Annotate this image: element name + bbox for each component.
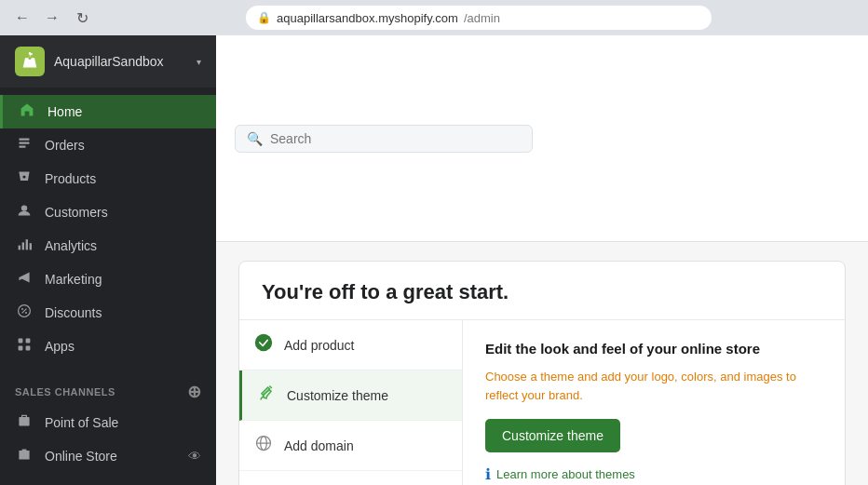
eye-icon[interactable]: 👁: [188, 449, 201, 464]
svg-rect-13: [19, 417, 29, 426]
task-brush-icon: [257, 384, 276, 407]
sidebar-label-online-store: Online Store: [45, 449, 177, 464]
greeting-title: You're off to a great start.: [262, 280, 822, 304]
search-bar[interactable]: 🔍: [235, 125, 533, 153]
sidebar-label-marketing: Marketing: [45, 272, 102, 287]
marketing-icon: [15, 270, 34, 289]
task-globe-icon: [254, 434, 273, 457]
svg-rect-7: [30, 243, 32, 249]
main-area: 🔍 You're off to a great start.: [216, 35, 868, 485]
sidebar-item-analytics[interactable]: Analytics: [0, 229, 216, 263]
greeting-card: You're off to a great start. Add product: [238, 261, 846, 485]
customers-icon: [15, 203, 34, 222]
svg-rect-1: [19, 141, 29, 143]
sidebar-item-orders[interactable]: Orders: [0, 128, 216, 162]
sidebar-item-discounts[interactable]: Discounts: [0, 296, 216, 330]
task-label-add-product: Add product: [284, 338, 355, 353]
sidebar-label-orders: Orders: [45, 138, 85, 153]
info-icon: ℹ: [485, 465, 491, 483]
svg-point-3: [21, 205, 27, 210]
chevron-down-icon: ▾: [197, 57, 201, 67]
sidebar-label-pos: Point of Sale: [45, 415, 118, 430]
sidebar-label-discounts: Discounts: [45, 305, 102, 320]
online-store-icon: [15, 447, 34, 465]
forward-button[interactable]: →: [41, 7, 63, 29]
sidebar-item-customers[interactable]: Customers: [0, 195, 216, 229]
task-item-add-domain[interactable]: Add domain: [239, 421, 462, 471]
tasks-panel: Add product Customize theme: [239, 320, 845, 485]
products-icon: [15, 169, 34, 188]
orders-icon: [15, 136, 34, 155]
task-label-customize-theme: Customize theme: [287, 388, 388, 403]
task-item-add-product[interactable]: Add product: [239, 320, 462, 370]
svg-rect-11: [19, 346, 23, 351]
task-checkmark-icon: [254, 333, 273, 357]
add-sales-channel-icon[interactable]: ⊕: [187, 382, 202, 402]
sidebar-item-online-store[interactable]: Online Store 👁: [0, 439, 216, 473]
reload-button[interactable]: ↻: [71, 7, 93, 29]
home-icon: [18, 102, 36, 121]
store-logo: [15, 47, 45, 76]
sidebar-item-marketing[interactable]: Marketing: [0, 263, 216, 296]
sidebar-label-analytics: Analytics: [45, 238, 97, 253]
svg-point-14: [255, 334, 272, 351]
svg-rect-12: [26, 346, 31, 351]
content-body: You're off to a great start. Add product: [216, 242, 868, 485]
sidebar: AquapillarSandbox ▾ Home Orders: [0, 35, 216, 485]
top-bar: 🔍: [216, 35, 868, 242]
tasks-list: Add product Customize theme: [239, 320, 463, 485]
sidebar-label-products: Products: [45, 171, 96, 186]
greeting-header: You're off to a great start.: [239, 262, 845, 320]
search-input[interactable]: [270, 131, 521, 146]
apps-icon: [15, 337, 34, 356]
sidebar-item-products[interactable]: Products: [0, 162, 216, 195]
url-prefix: aquapillarsandbox.myshopify.com: [277, 11, 458, 25]
sidebar-item-point-of-sale[interactable]: Point of Sale: [0, 406, 216, 439]
lock-icon: 🔒: [257, 11, 271, 24]
svg-rect-6: [26, 239, 28, 249]
svg-rect-0: [19, 138, 29, 140]
app-wrapper: AquapillarSandbox ▾ Home Orders: [0, 35, 868, 485]
learn-more-text: Learn more about themes: [496, 467, 635, 481]
sidebar-item-apps[interactable]: Apps: [0, 330, 216, 363]
pos-icon: [15, 413, 34, 432]
sidebar-item-home[interactable]: Home: [0, 95, 216, 128]
browser-chrome: ← → ↻ 🔒 aquapillarsandbox.myshopify.com/…: [0, 0, 868, 35]
task-detail-panel: Edit the look and feel of your online st…: [463, 320, 845, 485]
sales-channels-label: SALES CHANNELS ⊕: [0, 370, 216, 406]
discounts-icon: [15, 303, 34, 322]
svg-rect-9: [19, 339, 23, 344]
sidebar-label-home: Home: [47, 104, 82, 119]
url-suffix: /admin: [464, 11, 500, 25]
svg-rect-5: [22, 242, 24, 249]
store-name: AquapillarSandbox: [54, 54, 187, 69]
task-item-set-up-payments[interactable]: Set up payments: [239, 471, 462, 485]
customize-theme-button[interactable]: Customize theme: [485, 419, 620, 452]
svg-rect-10: [26, 339, 31, 344]
task-label-add-domain: Add domain: [284, 438, 354, 453]
back-button[interactable]: ←: [11, 7, 34, 29]
address-bar[interactable]: 🔒 aquapillarsandbox.myshopify.com/admin: [246, 6, 712, 30]
task-detail-title: Edit the look and feel of your online st…: [485, 339, 822, 358]
analytics-icon: [15, 236, 34, 255]
nav-section: Home Orders Products Customers: [0, 88, 216, 370]
svg-rect-2: [19, 145, 25, 147]
sidebar-label-customers: Customers: [45, 205, 108, 220]
learn-more-link[interactable]: ℹ Learn more about themes: [485, 465, 822, 483]
svg-rect-4: [19, 246, 20, 250]
task-detail-description: Choose a theme and add your logo, colors…: [485, 368, 822, 404]
store-header[interactable]: AquapillarSandbox ▾: [0, 35, 216, 88]
task-item-customize-theme[interactable]: Customize theme: [239, 370, 462, 421]
search-icon: 🔍: [247, 131, 263, 146]
sidebar-label-apps: Apps: [45, 339, 75, 354]
